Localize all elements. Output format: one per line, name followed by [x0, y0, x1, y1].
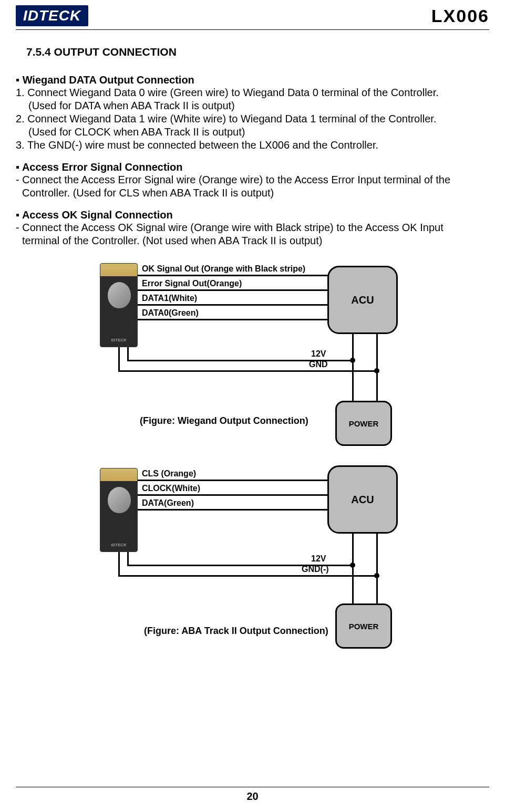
wire-ok-signal	[138, 275, 329, 276]
access-error-section: ▪ Access Error Signal Connection - Conne…	[16, 161, 489, 200]
wire-cls	[138, 480, 329, 481]
access-error-l2: Controller. (Used for CLS when ABA Track…	[16, 186, 489, 200]
access-error-heading: ▪ Access Error Signal Connection	[16, 161, 489, 173]
figure-caption-1: (Figure: Wiegand Output Connection)	[140, 415, 308, 426]
vline	[352, 334, 354, 402]
device-icon	[100, 263, 138, 347]
vline	[127, 347, 129, 361]
wire-gnd	[118, 370, 377, 372]
vline	[127, 552, 129, 566]
wiegand-step1b: (Used for DATA when ABA Track II is outp…	[16, 99, 489, 112]
v12-label-2: 12V	[311, 554, 326, 564]
wire-data0	[138, 319, 329, 320]
access-error-l1: - Connect the Access Error Signal wire (…	[16, 173, 489, 186]
wire-data1-label: DATA1(White)	[142, 294, 197, 303]
wiegand-section: ▪ Wiegand DATA Output Connection 1. Conn…	[16, 74, 489, 152]
wire-data0-label: DATA0(Green)	[142, 308, 199, 318]
wire-gnd-2	[118, 575, 377, 577]
page-number: 20	[246, 790, 258, 802]
wiegand-step2b: (Used for CLOCK when ABA Track II is out…	[16, 126, 489, 139]
junction-dot	[374, 368, 379, 373]
wire-error-signal-label: Error Signal Out(Orange)	[142, 279, 242, 288]
access-ok-l1: - Connect the Access OK Signal wire (Ora…	[16, 221, 489, 234]
gnd-label-2: GND(-)	[302, 565, 329, 574]
wiegand-diagram: OK Signal Out (Orange with Black stripe)…	[16, 263, 489, 452]
wire-ok-signal-label: OK Signal Out (Orange with Black stripe)	[142, 264, 305, 274]
wiegand-step1: 1. Connect Wiegand Data 0 wire (Green wi…	[16, 86, 489, 99]
wire-data1	[138, 304, 329, 306]
vline	[352, 534, 354, 605]
junction-dot	[350, 563, 355, 568]
junction-dot	[374, 573, 379, 578]
aba-diagram: CLS (Orange) CLOCK(White) DATA(Green) AC…	[16, 468, 489, 647]
acu-box: ACU	[327, 465, 398, 534]
gnd-label: GND	[309, 360, 328, 369]
access-ok-section: ▪ Access OK Signal Connection - Connect …	[16, 209, 489, 247]
junction-dot	[350, 358, 355, 363]
figure-caption-2: (Figure: ABA Track II Output Connection)	[144, 626, 328, 637]
wiegand-step3: 3. The GND(-) wire must be connected bet…	[16, 139, 489, 152]
wire-error-signal	[138, 289, 329, 291]
power-box: POWER	[335, 603, 392, 649]
wiegand-heading: ▪ Wiegand DATA Output Connection	[16, 74, 489, 86]
access-ok-l2: terminal of the Controller. (Not used wh…	[16, 234, 489, 247]
page-footer: 20	[16, 787, 489, 803]
page-header: IDTECK LX006	[16, 5, 489, 30]
wire-clock	[138, 494, 329, 496]
power-box: POWER	[335, 401, 392, 446]
model-number: LX006	[431, 6, 489, 26]
vline	[118, 347, 120, 370]
section-title: 7.5.4 OUTPUT CONNECTION	[26, 46, 489, 58]
wiegand-step2: 2. Connect Wiegand Data 1 wire (White wi…	[16, 112, 489, 126]
wire-data	[138, 509, 329, 511]
device-icon	[100, 468, 138, 552]
acu-box: ACU	[327, 266, 398, 334]
brand-logo: IDTECK	[16, 5, 88, 26]
wire-cls-label: CLS (Orange)	[142, 469, 196, 478]
v12-label: 12V	[311, 349, 326, 359]
wire-data-label: DATA(Green)	[142, 498, 194, 508]
wire-clock-label: CLOCK(White)	[142, 484, 200, 493]
vline	[376, 534, 378, 605]
vline	[118, 552, 120, 575]
access-ok-heading: ▪ Access OK Signal Connection	[16, 209, 489, 221]
